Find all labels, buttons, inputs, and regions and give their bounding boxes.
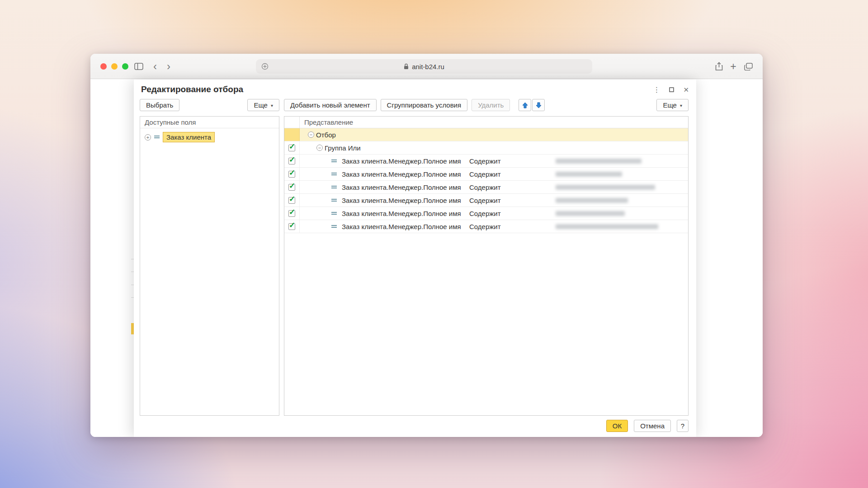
dialog-close-icon[interactable]: ✕ [683, 86, 689, 94]
check-icon: ✓ [289, 221, 295, 230]
condition-value-redacted[interactable] [556, 198, 628, 203]
condition-field: Заказ клиента.Менеджер.Полное имя [342, 210, 461, 217]
fields-more-label: Еще [254, 101, 268, 109]
condition-operator: Содержит [469, 170, 501, 178]
collapse-icon[interactable]: − [316, 145, 323, 151]
traffic-lights [100, 63, 128, 70]
filter-condition-row[interactable]: ✓ Заказ клиента.Менеджер.Полное имя Соде… [284, 194, 688, 207]
condition-field: Заказ клиента.Менеджер.Полное имя [342, 183, 461, 191]
available-fields-panel: Доступные поля + Заказ клиента [140, 116, 279, 416]
condition-field: Заказ клиента.Менеджер.Полное имя [342, 157, 461, 165]
field-tree-root[interactable]: + Заказ клиента [140, 128, 279, 142]
row-header-cell: ✓ [284, 141, 300, 154]
row-header-cell: ✓ [284, 155, 300, 167]
check-icon: ✓ [289, 194, 295, 204]
condition-checkbox[interactable]: ✓ [288, 158, 295, 164]
filter-group-label: Группа Или [325, 144, 361, 152]
row-header-cell: ✓ [284, 168, 300, 180]
filter-condition-row[interactable]: ✓ Заказ клиента.Менеджер.Полное имя Соде… [284, 207, 688, 220]
field-icon [331, 198, 337, 202]
condition-operator: Содержит [469, 157, 501, 165]
minimize-window-button[interactable] [111, 63, 118, 70]
field-icon [331, 172, 337, 176]
condition-checkbox[interactable]: ✓ [288, 184, 295, 191]
row-header-cell [284, 128, 300, 141]
move-down-button[interactable] [532, 99, 545, 111]
available-fields-header: Доступные поля [140, 117, 279, 128]
move-up-button[interactable] [519, 99, 531, 111]
condition-field: Заказ клиента.Менеджер.Полное имя [342, 197, 461, 204]
condition-operator: Содержит [469, 197, 501, 204]
filter-root-label: Отбор [316, 131, 336, 139]
fields-more-button[interactable]: Еще ▾ [247, 99, 279, 111]
filter-header: Представление [284, 117, 688, 128]
close-window-button[interactable] [100, 63, 107, 70]
page-settings-icon[interactable] [261, 63, 269, 70]
collapse-icon[interactable]: − [308, 131, 314, 138]
ok-button[interactable]: ОК [606, 420, 628, 432]
back-icon[interactable]: ‹ [149, 54, 161, 79]
check-icon: ✓ [289, 181, 295, 191]
move-buttons [519, 99, 545, 111]
condition-checkbox[interactable]: ✓ [288, 171, 295, 178]
row-header-cell: ✓ [284, 207, 300, 220]
dialog-window-controls: ⋮ ✕ [653, 85, 689, 94]
tab-overview-icon[interactable] [741, 54, 755, 79]
check-icon: ✓ [289, 142, 295, 151]
condition-operator: Содержит [469, 210, 501, 217]
zoom-window-button[interactable] [122, 63, 128, 70]
condition-value-redacted[interactable] [556, 211, 625, 216]
filter-condition-row[interactable]: ✓ Заказ клиента.Менеджер.Полное имя Соде… [284, 155, 688, 168]
delete-button[interactable]: Удалить [472, 99, 510, 111]
forward-icon[interactable]: › [163, 54, 175, 79]
filter-header-label: Представление [300, 117, 353, 128]
condition-field: Заказ клиента.Менеджер.Полное имя [342, 170, 461, 178]
field-icon [331, 159, 337, 163]
expand-icon[interactable]: + [145, 134, 151, 141]
filter-more-label: Еще [663, 101, 677, 109]
filter-condition-row[interactable]: ✓ Заказ клиента.Менеджер.Полное имя Соде… [284, 220, 688, 233]
sidebar-toggle-icon[interactable] [132, 54, 146, 79]
check-icon: ✓ [289, 207, 295, 217]
filter-condition-row[interactable]: ✓ Заказ клиента.Менеджер.Полное имя Соде… [284, 168, 688, 181]
filter-condition-row[interactable]: ✓ Заказ клиента.Менеджер.Полное имя Соде… [284, 181, 688, 194]
add-item-button[interactable]: Добавить новый элемент [284, 99, 377, 111]
row-header-cell: ✓ [284, 194, 300, 206]
new-tab-icon[interactable]: + [727, 54, 740, 79]
checkbox-column-header [284, 117, 300, 128]
condition-checkbox[interactable]: ✓ [288, 210, 295, 217]
filter-root-row[interactable]: − Отбор [284, 128, 688, 141]
condition-checkbox[interactable]: ✓ [288, 223, 295, 230]
condition-value-redacted[interactable] [556, 224, 658, 229]
condition-value-redacted[interactable] [556, 172, 622, 177]
lock-icon [404, 63, 409, 70]
field-icon [331, 225, 337, 229]
field-tree-root-label[interactable]: Заказ клиента [163, 132, 215, 142]
filter-group-row[interactable]: ✓ − Группа Или [284, 141, 688, 155]
address-bar[interactable]: anit-b24.ru [256, 59, 592, 74]
group-conditions-button[interactable]: Сгруппировать условия [381, 99, 468, 111]
filter-more-button[interactable]: Еще ▾ [656, 99, 689, 111]
row-header-cell: ✓ [284, 181, 300, 193]
help-button[interactable]: ? [677, 420, 689, 432]
url-text: anit-b24.ru [412, 63, 444, 70]
share-icon[interactable] [712, 54, 725, 79]
fields-toolbar: Выбрать Еще ▾ [140, 99, 279, 111]
field-icon [154, 135, 160, 139]
cancel-button[interactable]: Отмена [634, 420, 671, 432]
browser-chrome: ‹ › anit-b24.ru + [90, 54, 763, 79]
filter-toolbar: Добавить новый элемент Сгруппировать усл… [284, 99, 689, 111]
condition-value-redacted[interactable] [556, 185, 655, 190]
filter-editor-dialog: Редактирование отбора ⋮ ✕ Выбрать Еще ▾ … [134, 80, 696, 437]
field-icon [331, 185, 337, 189]
group-checkbox[interactable]: ✓ [288, 145, 295, 151]
condition-checkbox[interactable]: ✓ [288, 197, 295, 204]
dialog-maximize-icon[interactable] [669, 87, 674, 92]
row-header-cell: ✓ [284, 220, 300, 233]
browser-content: Редактирование отбора ⋮ ✕ Выбрать Еще ▾ … [90, 80, 763, 437]
condition-operator: Содержит [469, 223, 501, 230]
select-button[interactable]: Выбрать [140, 99, 179, 111]
condition-value-redacted[interactable] [556, 159, 642, 164]
dialog-menu-icon[interactable]: ⋮ [653, 85, 660, 94]
field-icon [331, 211, 337, 216]
